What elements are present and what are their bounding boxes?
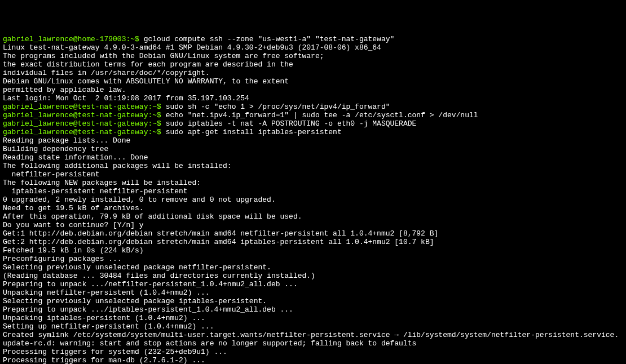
terminal-text: (Reading database ... 30484 files and di… [3, 272, 315, 280]
terminal-line: gabriel_lawrence@home-179003:~$ gcloud c… [3, 35, 623, 43]
terminal-text: sudo apt-get install iptables-persistent [166, 128, 342, 136]
terminal-text: Building dependency tree [3, 145, 108, 153]
terminal-text: Unpacking netfilter-persistent (1.0.4+nm… [3, 288, 210, 297]
shell-prompt: gabriel_lawrence@test-nat-gateway:~$ [3, 128, 166, 136]
shell-prompt: gabriel_lawrence@test-nat-gateway:~$ [3, 111, 166, 119]
terminal-text: Fetched 19.5 kB in 0s (224 kB/s) [3, 246, 144, 255]
shell-prompt: gabriel_lawrence@test-nat-gateway:~$ [3, 119, 166, 128]
terminal-line: The following additional packages will b… [3, 162, 623, 170]
terminal-text: Unpacking iptables-persistent (1.0.4+nmu… [3, 314, 205, 322]
terminal-text: sudo sh -c "echo 1 > /proc/sys/net/ipv4/… [166, 103, 390, 111]
terminal-text: echo "net.ipv4.ip_forward=1" | sudo tee … [166, 111, 478, 119]
terminal-text: Created symlink /etc/systemd/system/mult… [3, 331, 619, 339]
terminal-text: iptables-persistent netfilter-persistent [3, 187, 188, 196]
terminal-text: Last login: Mon Oct 2 01:19:08 2017 from… [3, 94, 249, 103]
terminal-line: 0 upgraded, 2 newly installed, 0 to remo… [3, 196, 623, 204]
terminal-line: Get:2 http://deb.debian.org/debian stret… [3, 238, 623, 246]
terminal-line: permitted by applicable law. [3, 86, 623, 94]
terminal-line: the exact distribution terms for each pr… [3, 60, 623, 69]
terminal-text: Linux test-nat-gateway 4.9.0-3-amd64 #1 … [3, 43, 381, 52]
terminal-text: individual files in /usr/share/doc/*/cop… [3, 69, 210, 77]
terminal-text: The programs included with the Debian GN… [3, 52, 324, 60]
terminal-line: Preparing to unpack .../iptables-persist… [3, 305, 623, 314]
terminal-text: Reading package lists... Done [3, 136, 130, 145]
terminal-line: Setting up netfilter-persistent (1.0.4+n… [3, 322, 623, 331]
terminal-text: the exact distribution terms for each pr… [3, 60, 293, 69]
shell-prompt: gabriel_lawrence@test-nat-gateway:~$ [3, 103, 166, 111]
terminal-line: Created symlink /etc/systemd/system/mult… [3, 331, 623, 339]
terminal-text: update-rc.d: warning: start and stop act… [3, 339, 416, 348]
terminal-line: Preconfiguring packages ... [3, 255, 623, 263]
shell-prompt: gabriel_lawrence@home-179003:~$ [3, 35, 144, 43]
terminal-text: Preparing to unpack .../iptables-persist… [3, 305, 293, 314]
terminal-line: Processing triggers for man-db (2.7.6.1-… [3, 356, 623, 364]
terminal-line: The following NEW packages will be insta… [3, 179, 623, 187]
terminal-line: Debian GNU/Linux comes with ABSOLUTELY N… [3, 77, 623, 86]
terminal-text: permitted by applicable law. [3, 86, 126, 94]
terminal-text: Selecting previously unselected package … [3, 263, 271, 272]
terminal-text: Preconfiguring packages ... [3, 255, 122, 263]
terminal-text: gcloud compute ssh --zone "us-west1-a" "… [144, 35, 395, 43]
terminal-line: The programs included with the Debian GN… [3, 52, 623, 60]
terminal-line: gabriel_lawrence@test-nat-gateway:~$ sud… [3, 103, 623, 111]
terminal-text: sudo iptables -t nat -A POSTROUTING -o e… [166, 119, 417, 128]
terminal-line: (Reading database ... 30484 files and di… [3, 272, 623, 280]
terminal-line: Last login: Mon Oct 2 01:19:08 2017 from… [3, 94, 623, 103]
terminal-output[interactable]: gabriel_lawrence@home-179003:~$ gcloud c… [3, 35, 623, 364]
terminal-line: Need to get 19.5 kB of archives. [3, 204, 623, 212]
terminal-text: Processing triggers for man-db (2.7.6.1-… [3, 356, 205, 364]
terminal-text: Get:2 http://deb.debian.org/debian stret… [3, 238, 434, 246]
terminal-line: Reading package lists... Done [3, 136, 623, 145]
terminal-line: Reading state information... Done [3, 153, 623, 162]
terminal-line: individual files in /usr/share/doc/*/cop… [3, 69, 623, 77]
terminal-text: After this operation, 79.9 kB of additio… [3, 212, 302, 221]
terminal-line: Linux test-nat-gateway 4.9.0-3-amd64 #1 … [3, 43, 623, 52]
terminal-text: Get:1 http://deb.debian.org/debian stret… [3, 229, 438, 238]
terminal-text: Preparing to unpack .../netfilter-persis… [3, 280, 298, 288]
terminal-line: Selecting previously unselected package … [3, 263, 623, 272]
terminal-line: netfilter-persistent [3, 170, 623, 179]
terminal-text: The following NEW packages will be insta… [3, 179, 201, 187]
terminal-line: gabriel_lawrence@test-nat-gateway:~$ ech… [3, 111, 623, 119]
terminal-text: netfilter-persistent [3, 170, 100, 179]
terminal-line: Fetched 19.5 kB in 0s (224 kB/s) [3, 246, 623, 255]
terminal-text: Need to get 19.5 kB of archives. [3, 204, 144, 212]
terminal-text: Processing triggers for systemd (232-25+… [3, 348, 227, 356]
terminal-line: iptables-persistent netfilter-persistent [3, 187, 623, 196]
terminal-line: Unpacking netfilter-persistent (1.0.4+nm… [3, 288, 623, 297]
terminal-text: Setting up netfilter-persistent (1.0.4+n… [3, 322, 214, 331]
terminal-text: The following additional packages will b… [3, 162, 232, 170]
terminal-text: Do you want to continue? [Y/n] y [3, 221, 144, 229]
terminal-line: gabriel_lawrence@test-nat-gateway:~$ sud… [3, 119, 623, 128]
terminal-line: Building dependency tree [3, 145, 623, 153]
terminal-line: Get:1 http://deb.debian.org/debian stret… [3, 229, 623, 238]
terminal-text: Selecting previously unselected package … [3, 297, 267, 305]
terminal-line: Selecting previously unselected package … [3, 297, 623, 305]
terminal-text: Reading state information... Done [3, 153, 148, 162]
terminal-line: After this operation, 79.9 kB of additio… [3, 212, 623, 221]
terminal-text: 0 upgraded, 2 newly installed, 0 to remo… [3, 196, 276, 204]
terminal-line: Do you want to continue? [Y/n] y [3, 221, 623, 229]
terminal-text: Debian GNU/Linux comes with ABSOLUTELY N… [3, 77, 289, 86]
terminal-line: gabriel_lawrence@test-nat-gateway:~$ sud… [3, 128, 623, 136]
terminal-line: Processing triggers for systemd (232-25+… [3, 348, 623, 356]
terminal-line: Unpacking iptables-persistent (1.0.4+nmu… [3, 314, 623, 322]
terminal-line: Preparing to unpack .../netfilter-persis… [3, 280, 623, 288]
terminal-line: update-rc.d: warning: start and stop act… [3, 339, 623, 348]
